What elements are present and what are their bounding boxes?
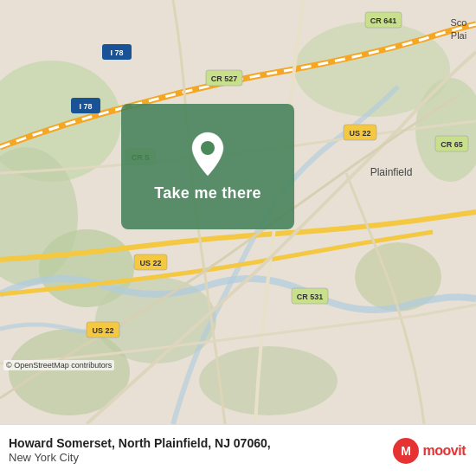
svg-point-33 xyxy=(201,141,215,155)
svg-text:Sco: Sco xyxy=(451,17,467,28)
svg-text:I 78: I 78 xyxy=(79,102,92,111)
svg-text:CR 641: CR 641 xyxy=(370,16,397,25)
svg-text:US 22: US 22 xyxy=(92,326,113,335)
svg-text:M: M xyxy=(401,444,411,458)
take-me-there-button[interactable]: Take me there xyxy=(121,104,294,229)
moovit-logo: M moovit xyxy=(392,437,466,465)
svg-text:CR 531: CR 531 xyxy=(297,293,324,301)
location-pin-icon xyxy=(189,131,227,177)
address-block: Howard Somerset, North Plainfield, NJ 07… xyxy=(9,435,392,466)
svg-text:US 22: US 22 xyxy=(139,259,161,267)
svg-text:CR 65: CR 65 xyxy=(441,140,463,149)
moovit-text: moovit xyxy=(423,443,466,459)
bottom-bar: Howard Somerset, North Plainfield, NJ 07… xyxy=(0,424,476,476)
svg-text:US 22: US 22 xyxy=(349,129,370,138)
osm-attribution: © OpenStreetMap contributors xyxy=(3,360,114,370)
address-line: Howard Somerset, North Plainfield, NJ 07… xyxy=(9,435,392,451)
map-container: I 78 I 78 CR 641 CR 527 US 22 CR 5 US 22… xyxy=(0,0,476,424)
svg-text:Plainfield: Plainfield xyxy=(370,166,413,178)
take-me-there-label: Take me there xyxy=(154,184,261,203)
city-line: New York City xyxy=(9,451,392,466)
svg-text:I 78: I 78 xyxy=(110,48,123,57)
moovit-logo-icon: M xyxy=(392,437,420,465)
svg-text:Plai: Plai xyxy=(451,30,466,41)
svg-text:CR 527: CR 527 xyxy=(211,74,238,83)
